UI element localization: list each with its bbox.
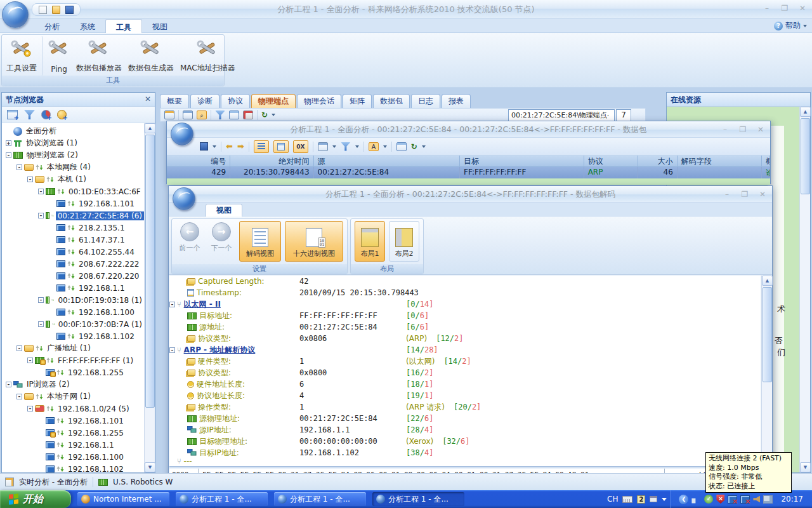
tree-item[interactable]: 192.168.1.101	[2, 415, 144, 427]
tree-item[interactable]: 192.168.1.101	[2, 197, 144, 210]
scroll-down-icon[interactable]: ▼	[800, 462, 811, 472]
chevron-down-icon[interactable]	[662, 498, 667, 501]
tree-item[interactable]: 192.168.1.100	[2, 306, 144, 318]
next-button[interactable]: → 下一个	[207, 221, 235, 253]
column-header[interactable]: 编号	[167, 156, 230, 166]
network-icon[interactable]	[763, 495, 773, 504]
list-view-toggle[interactable]	[254, 140, 269, 153]
column-header[interactable]: 概要	[762, 156, 770, 166]
scroll-up-icon[interactable]: ▲	[800, 107, 811, 117]
ribbon-tab-工具[interactable]: 工具	[105, 19, 142, 33]
wireless-signal-icon[interactable]	[691, 495, 701, 504]
view-tab-矩阵[interactable]: 矩阵	[343, 94, 372, 108]
decode-row[interactable]: 协议地址长度:4[19/1]	[169, 390, 761, 401]
filter-icon[interactable]	[341, 142, 351, 151]
tree-item[interactable]: -00:21:27:2C:5E:84 (6)	[2, 210, 144, 222]
start-button[interactable]: 开始	[0, 490, 71, 508]
field-view-toggle[interactable]	[273, 140, 289, 153]
tree-item[interactable]: 208.67.220.220	[2, 270, 144, 282]
ribbon-tab-分析[interactable]: 分析	[34, 19, 70, 33]
decode-row[interactable]: 目标地址:FF:FF:FF:FF:FF:FF[0/6]	[169, 310, 761, 321]
view-tab-报表[interactable]: 报表	[442, 94, 471, 108]
column-header[interactable]: 大小	[638, 156, 678, 166]
tree-item[interactable]: -本机 (1)	[2, 173, 144, 185]
add-alarm-icon[interactable]: +	[57, 110, 67, 119]
hidden-icons-chevron-icon[interactable]: ❮	[679, 495, 688, 504]
collapse-icon[interactable]: -	[38, 297, 44, 303]
tree-item[interactable]: -IP浏览器 (2)	[2, 378, 144, 391]
tree-item[interactable]: -本地网段 (4)	[2, 161, 144, 173]
taskbar-button[interactable]: 分析工程 1 - 全...	[372, 492, 464, 506]
decode-row[interactable]: 硬件类型:1(以太网)[14/2]	[169, 356, 761, 367]
expand-icon[interactable]: +	[6, 140, 11, 146]
close-button[interactable]: ✕	[797, 4, 808, 13]
column-header[interactable]: 源	[314, 156, 460, 166]
packet-window-titlebar[interactable]: 分析工程 1 - 全面分析 - 00:21:27:2C:5E:84 - 00:2…	[167, 121, 770, 138]
open-file-icon[interactable]	[52, 6, 60, 14]
collapse-icon[interactable]: -	[6, 152, 11, 158]
export-icon[interactable]	[318, 142, 328, 151]
tree-item[interactable]: 全面分析	[2, 125, 144, 137]
decode-row[interactable]: 源IP地址:192.168.1.1[28/4]	[169, 424, 761, 436]
refresh-icon[interactable]: ↻	[261, 110, 268, 119]
collapse-icon[interactable]: -	[38, 321, 44, 327]
tree-item[interactable]: -物理浏览器 (2)	[2, 149, 144, 161]
tree-item[interactable]: 218.2.135.1	[2, 222, 144, 234]
tree-item[interactable]: 192.168.1.102	[2, 463, 144, 472]
tree-item[interactable]: -FF:FF:FF:FF:FF:FF (1)	[2, 354, 144, 366]
tree-item[interactable]: 61.147.37.1	[2, 234, 144, 246]
hex-view-button[interactable]: 十六进制视图	[285, 221, 343, 262]
tree-item[interactable]: -00:0F:10:37:0B:7A (1)	[2, 318, 144, 330]
tree-item[interactable]: 192.168.1.1	[2, 282, 144, 294]
tool-button[interactable]: 数据包生成器	[125, 36, 177, 76]
collapse-icon[interactable]: -	[27, 406, 33, 411]
minimize-button[interactable]: –	[719, 125, 731, 134]
report-icon[interactable]	[164, 110, 174, 119]
view-tab-数据包[interactable]: 数据包	[373, 94, 410, 108]
refresh-icon[interactable]: ↻	[411, 142, 417, 151]
search-icon[interactable]: ⌕	[197, 110, 207, 119]
close-icon[interactable]: ✕	[145, 95, 151, 104]
restore-langbar-icon[interactable]	[650, 496, 657, 502]
new-window-icon[interactable]	[183, 110, 193, 119]
scroll-down-icon[interactable]: ▼	[145, 462, 155, 472]
new-file-icon[interactable]	[39, 6, 47, 14]
close-button[interactable]: ✕	[755, 125, 766, 134]
tree-item[interactable]: 64.102.255.44	[2, 246, 144, 258]
view-tab-诊断[interactable]: 诊断	[190, 94, 219, 108]
decode-row[interactable]: 目标IP地址:192.168.1.102[38/4]	[169, 447, 761, 458]
decode-scrollbar[interactable]: ▲ ▼	[761, 276, 772, 467]
next-packet-icon[interactable]: ➡	[237, 142, 244, 151]
keyboard-icon[interactable]	[622, 496, 632, 503]
decode-row[interactable]: 操作类型:1(ARP 请求)[20/2]	[169, 401, 761, 413]
decode-window-titlebar[interactable]: 分析工程 1 - 全面分析 - 00:21:27:2C:5E:84<->FF:F…	[169, 186, 772, 203]
decode-row[interactable]: 源物理地址:00:21:27:2C:5E:84[22/6]	[169, 413, 761, 424]
maximize-button[interactable]: ❐	[779, 4, 790, 13]
node-tree-scrollbar[interactable]: ▲ ▼	[144, 123, 155, 472]
collapse-icon[interactable]: -	[169, 347, 175, 353]
taskbar-button[interactable]: 分析工程 1 - 全...	[176, 492, 268, 506]
save-icon[interactable]	[65, 6, 74, 14]
tab-view[interactable]: 视图	[206, 204, 242, 217]
collapse-icon[interactable]: -	[6, 382, 11, 387]
scroll-up-icon[interactable]: ▲	[145, 123, 155, 133]
add-table-icon[interactable]: +	[7, 110, 18, 119]
decode-row[interactable]: 目标物理地址:00:00:00:00:00:00(Xerox)[32/6]	[169, 436, 761, 447]
packet-table-header[interactable]: 编号绝对时间源目标协议大小解码字段概要	[167, 156, 770, 167]
help-menu[interactable]: ? 帮助	[774, 20, 807, 31]
scroll-up-icon[interactable]: ▲	[762, 276, 773, 286]
view-tab-概要[interactable]: 概要	[160, 94, 189, 108]
decode-row[interactable]: -⑂ARP - 地址解析协议[14/28]	[169, 344, 761, 356]
decode-row[interactable]: 协议类型:0x0806(ARP)[12/2]	[169, 333, 761, 344]
collapse-icon[interactable]: -	[16, 345, 22, 351]
tree-item[interactable]: +协议浏览器 (1)	[2, 137, 144, 149]
layout2-button[interactable]: 布局2	[389, 221, 419, 262]
maximize-button[interactable]: ❐	[739, 190, 750, 199]
tree-item[interactable]: 192.168.1.255	[2, 366, 144, 378]
security-ok-icon[interactable]: ✓	[704, 495, 713, 504]
columns-icon[interactable]	[229, 110, 239, 119]
save-icon[interactable]	[200, 142, 208, 150]
tree-item[interactable]: 192.168.1.1	[2, 439, 144, 451]
language-indicator[interactable]: CH	[607, 495, 618, 504]
security-alert-icon[interactable]: ×	[716, 495, 724, 504]
